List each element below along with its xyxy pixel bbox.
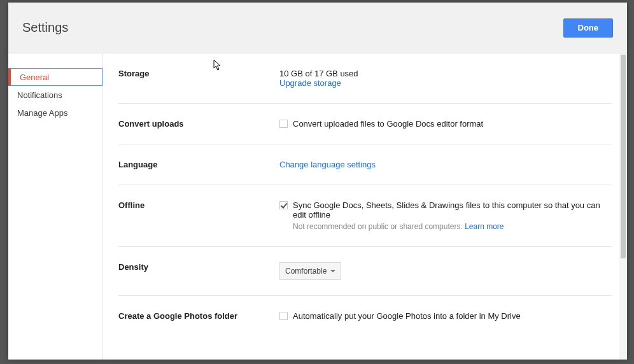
- offline-sync-checkbox[interactable]: [279, 201, 288, 209]
- sidebar-item-manage-apps[interactable]: Manage Apps: [8, 104, 102, 122]
- section-label: Storage: [118, 69, 279, 88]
- section-offline: Offline Sync Google Docs, Sheets, Slides…: [118, 185, 612, 247]
- sidebar-item-label: Notifications: [17, 90, 62, 100]
- upgrade-storage-link[interactable]: Upgrade storage: [279, 78, 612, 88]
- photos-folder-checkbox[interactable]: [279, 312, 288, 320]
- sidebar-item-label: Manage Apps: [17, 108, 68, 118]
- section-density: Density Comfortable: [118, 247, 612, 296]
- offline-note: Not recommended on public or shared comp…: [293, 222, 612, 231]
- section-label: Convert uploads: [118, 119, 279, 129]
- sidebar-item-general[interactable]: General: [8, 68, 102, 86]
- section-content: Change language settings: [279, 160, 612, 169]
- settings-content[interactable]: Storage 10 GB of 17 GB used Upgrade stor…: [103, 53, 627, 360]
- modal-body: General Notifications Manage Apps Storag…: [8, 53, 627, 360]
- section-language: Language Change language settings: [118, 144, 612, 185]
- scrollbar-track[interactable]: [619, 53, 627, 360]
- caret-down-icon: [330, 270, 335, 272]
- scrollbar-thumb[interactable]: [621, 55, 626, 258]
- sidebar-item-notifications[interactable]: Notifications: [8, 86, 102, 104]
- section-content: Comfortable: [279, 262, 612, 280]
- section-google-photos-folder: Create a Google Photos folder Automatica…: [118, 296, 612, 336]
- section-label: Density: [118, 262, 279, 280]
- section-content: Sync Google Docs, Sheets, Slides & Drawi…: [279, 200, 612, 231]
- settings-modal: Settings Done General Notifications Mana…: [8, 3, 627, 360]
- settings-sidebar: General Notifications Manage Apps: [8, 53, 103, 360]
- checkbox-label: Sync Google Docs, Sheets, Slides & Drawi…: [293, 200, 600, 220]
- storage-usage-text: 10 GB of 17 GB used: [279, 69, 612, 78]
- done-button[interactable]: Done: [563, 18, 614, 38]
- section-label: Language: [118, 160, 279, 169]
- section-content: Automatically put your Google Photos int…: [279, 311, 612, 321]
- learn-more-link[interactable]: Learn more: [465, 222, 504, 231]
- modal-title: Settings: [22, 20, 68, 35]
- note-text: Not recommended on public or shared comp…: [293, 222, 463, 231]
- change-language-link[interactable]: Change language settings: [279, 160, 376, 169]
- modal-header: Settings Done: [8, 3, 627, 53]
- sidebar-item-label: General: [20, 73, 49, 82]
- checkbox-label: Automatically put your Google Photos int…: [293, 311, 521, 321]
- section-label: Offline: [118, 200, 279, 231]
- checkbox-label: Convert uploaded files to Google Docs ed…: [293, 119, 483, 129]
- section-content: 10 GB of 17 GB used Upgrade storage: [279, 69, 612, 88]
- section-label: Create a Google Photos folder: [118, 311, 279, 321]
- density-dropdown[interactable]: Comfortable: [279, 262, 341, 280]
- dropdown-value: Comfortable: [285, 267, 327, 276]
- convert-uploads-checkbox[interactable]: [279, 120, 288, 128]
- section-content: Convert uploaded files to Google Docs ed…: [279, 119, 612, 129]
- section-storage: Storage 10 GB of 17 GB used Upgrade stor…: [118, 53, 612, 104]
- section-convert-uploads: Convert uploads Convert uploaded files t…: [118, 104, 612, 144]
